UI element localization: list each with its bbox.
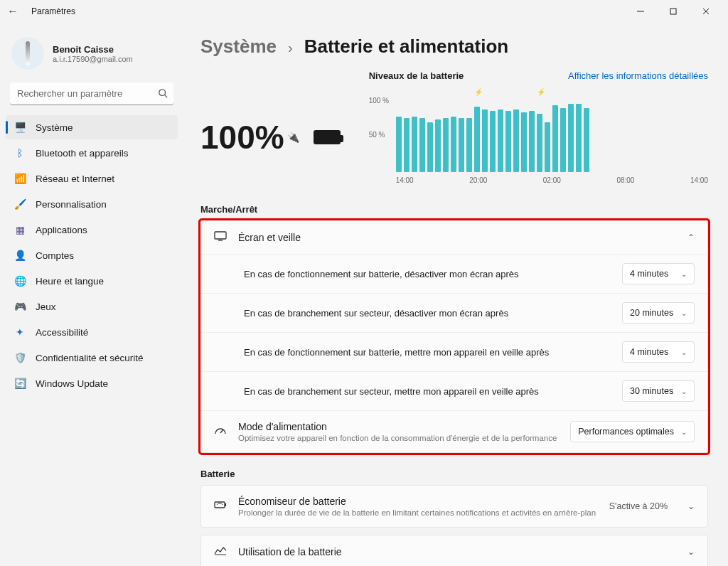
chart-bar <box>537 114 542 172</box>
chart-bar <box>404 118 410 172</box>
chart-bar <box>412 117 417 172</box>
chart-details-link[interactable]: Afficher les informations détaillées <box>568 70 708 81</box>
chart-bar <box>568 104 574 172</box>
chart-line-icon <box>214 545 227 558</box>
screen-off-plugged-dropdown[interactable]: 20 minutes⌄ <box>622 302 695 324</box>
screen-off-battery-dropdown[interactable]: 4 minutes⌄ <box>622 263 695 284</box>
svg-point-4 <box>159 90 166 96</box>
sleep-battery-row: En cas de fonctionnement sur batterie, m… <box>201 333 707 372</box>
page-title: Batterie et alimentation <box>304 36 509 58</box>
chart-bar <box>521 112 527 172</box>
sidebar-item-time[interactable]: 🌐Heure et langue <box>6 269 178 293</box>
back-button[interactable]: ← <box>6 5 20 18</box>
sync-icon: 🔄 <box>14 378 26 389</box>
svg-rect-6 <box>215 232 226 239</box>
screen-off-battery-row: En cas de fonctionnement sur batterie, d… <box>201 255 707 294</box>
chart-bar <box>435 119 441 172</box>
user-profile[interactable]: Benoit Caisse a.i.r.17590@gmail.com <box>6 31 178 82</box>
sidebar-item-personalization[interactable]: 🖌️Personnalisation <box>6 192 178 216</box>
battery-icon <box>314 130 341 144</box>
chart-bar <box>459 118 464 172</box>
person-icon: 👤 <box>14 250 26 261</box>
chevron-down-icon: ⌄ <box>687 501 695 511</box>
sidebar-item-system[interactable]: 🖥️Système <box>6 115 178 139</box>
sidebar-item-apps[interactable]: ▦Applications <box>6 218 178 242</box>
battery-saver-panel[interactable]: Économiseur de batterie Prolonger la dur… <box>200 485 708 528</box>
chevron-down-icon: ⌄ <box>687 547 695 557</box>
bluetooth-icon: ᛒ <box>14 147 26 159</box>
svg-rect-1 <box>670 9 676 14</box>
sleep-battery-dropdown[interactable]: 4 minutes⌄ <box>622 341 695 363</box>
user-email: a.i.r.17590@gmail.com <box>53 55 133 63</box>
maximize-button[interactable] <box>657 0 690 23</box>
battery-usage-panel[interactable]: Utilisation de la batterie ⌄ <box>200 535 708 566</box>
breadcrumb-parent[interactable]: Système <box>200 36 277 58</box>
battery-status: 100% 🔌 <box>200 70 341 184</box>
sleep-plugged-row: En cas de branchement sur secteur, mettr… <box>201 372 707 411</box>
sidebar: Benoit Caisse a.i.r.17590@gmail.com 🖥️Sy… <box>0 23 185 566</box>
sidebar-item-update[interactable]: 🔄Windows Update <box>6 371 178 395</box>
chevron-down-icon: ⌄ <box>681 309 687 317</box>
screen-sleep-title: Écran et veille <box>238 232 301 243</box>
minimize-button[interactable] <box>624 0 657 23</box>
sidebar-item-privacy[interactable]: 🛡️Confidentialité et sécurité <box>6 346 178 370</box>
chart-bar <box>576 104 582 172</box>
close-button[interactable] <box>690 0 722 23</box>
globe-clock-icon: 🌐 <box>14 275 26 287</box>
svg-rect-9 <box>215 502 225 508</box>
charging-icon: ⚡ <box>474 88 483 96</box>
battery-chart-panel: Niveaux de la batterie Afficher les info… <box>369 70 708 184</box>
chevron-up-icon: ⌃ <box>687 233 695 242</box>
battery-saver-sub: Prolonger la durée de vie de la batterie… <box>238 508 598 517</box>
screen-sleep-header[interactable]: Écran et veille ⌃ <box>201 221 707 255</box>
battery-saver-title: Économiseur de batterie <box>238 496 598 507</box>
sidebar-item-games[interactable]: 🎮Jeux <box>6 294 178 319</box>
accessibility-icon: ✦ <box>14 326 26 338</box>
main-content: Système › Batterie et alimentation 100% … <box>185 23 728 566</box>
chart-bar <box>584 108 589 172</box>
titlebar: ← Paramètres <box>0 0 728 23</box>
power-mode-row: Mode d'alimentation Optimisez votre appa… <box>201 411 707 452</box>
chart-bar <box>466 118 472 172</box>
search-icon <box>158 88 168 101</box>
battery-percentage: 100% <box>200 118 284 156</box>
search-input[interactable] <box>10 82 173 105</box>
sleep-plugged-dropdown[interactable]: 30 minutes⌄ <box>622 380 695 402</box>
power-mode-sub: Optimisez votre appareil en fonction de … <box>238 434 559 442</box>
user-name: Benoit Caisse <box>53 44 133 55</box>
plug-icon: 🔌 <box>287 132 299 143</box>
chart-bar <box>427 122 433 172</box>
chart-bar <box>396 117 402 172</box>
svg-line-5 <box>165 95 168 98</box>
y-label-100: 100 % <box>369 97 389 105</box>
chart-bar <box>505 111 511 172</box>
chart-bar <box>419 118 425 172</box>
power-mode-dropdown[interactable]: Performances optimales⌄ <box>570 421 695 442</box>
power-panel: Écran et veille ⌃ En cas de fonctionneme… <box>200 220 708 453</box>
svg-rect-10 <box>225 503 226 506</box>
sidebar-item-accounts[interactable]: 👤Comptes <box>6 243 178 267</box>
chevron-down-icon: ⌄ <box>681 348 687 356</box>
screen-off-plugged-row: En cas de branchement sur secteur, désac… <box>201 294 707 333</box>
sidebar-item-network[interactable]: 📶Réseau et Internet <box>6 166 178 191</box>
chart-bar <box>552 105 558 172</box>
leaf-battery-icon <box>214 500 227 513</box>
chart-bar <box>560 108 566 172</box>
wifi-icon: 📶 <box>14 173 26 184</box>
section-power: Marche/Arrêt <box>200 204 708 215</box>
monitor-icon <box>214 231 227 244</box>
chart-bar <box>498 110 503 172</box>
chart-bar <box>490 111 496 172</box>
chart-bar <box>482 110 488 172</box>
chart-bar <box>529 111 535 172</box>
battery-usage-title: Utilisation de la batterie <box>238 546 342 557</box>
chevron-down-icon: ⌄ <box>681 428 687 436</box>
chevron-down-icon: ⌄ <box>681 270 687 278</box>
sidebar-item-accessibility[interactable]: ✦Accessibilité <box>6 320 178 344</box>
window-title: Paramètres <box>31 6 75 16</box>
chart-title: Niveaux de la batterie <box>369 70 464 81</box>
battery-bar-chart: 100 % 50 % ⚡⚡ <box>369 87 708 172</box>
chart-bar <box>474 107 480 172</box>
sidebar-item-bluetooth[interactable]: ᛒBluetooth et appareils <box>6 141 178 165</box>
breadcrumb: Système › Batterie et alimentation <box>200 36 708 58</box>
